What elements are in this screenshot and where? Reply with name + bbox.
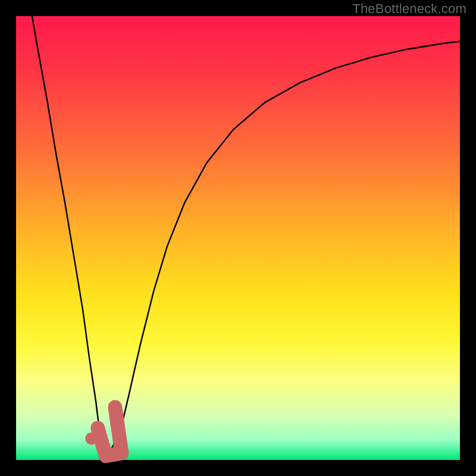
bottleneck-chart (0, 0, 476, 476)
gradient-background (16, 16, 460, 460)
watermark-text: TheBottleneck.com (352, 1, 466, 17)
chart-stage: TheBottleneck.com (0, 0, 476, 476)
